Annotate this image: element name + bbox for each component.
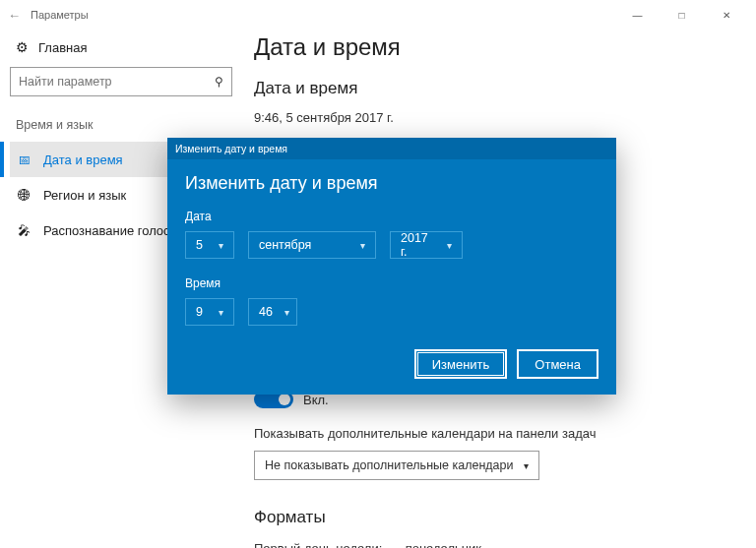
titlebar: ← Параметры ― □ ✕ (0, 0, 756, 30)
day-picker[interactable]: 5 ▾ (185, 231, 234, 259)
window-title: Параметры (31, 9, 89, 21)
year-value: 2017 г. (401, 231, 435, 259)
first-day-value: понедельник (406, 541, 481, 548)
first-day-row: Первый день недели: понедельник (254, 541, 756, 548)
hour-value: 9 (196, 305, 203, 319)
dialog-title: Изменить дату и время (185, 173, 598, 194)
chevron-down-icon: ▾ (360, 240, 365, 251)
time-label: Время (185, 276, 598, 290)
minute-picker[interactable]: 46 ▾ (248, 298, 297, 326)
hour-picker[interactable]: 9 ▾ (185, 298, 234, 326)
chevron-down-icon: ▾ (219, 307, 223, 318)
chevron-down-icon: ▾ (284, 307, 289, 318)
region-icon: 🌐︎ (16, 188, 32, 203)
apply-button[interactable]: Изменить (414, 349, 508, 379)
dialog-titlebar[interactable]: Изменить дату и время (167, 138, 616, 159)
dialog-titlebar-text: Изменить дату и время (175, 143, 287, 154)
month-picker[interactable]: сентября ▾ (248, 231, 376, 259)
day-value: 5 (196, 238, 203, 252)
current-datetime: 9:46, 5 сентября 2017 г. (254, 110, 756, 125)
chevron-down-icon: ▾ (447, 240, 452, 251)
minimize-button[interactable]: ― (615, 0, 660, 30)
search-icon: ⚲ (215, 75, 223, 89)
maximize-button[interactable]: □ (660, 0, 704, 30)
gear-icon: ⚙ (16, 39, 29, 55)
chevron-down-icon: ▾ (219, 240, 223, 251)
extra-calendars-label: Показывать дополнительные календари на п… (254, 426, 756, 441)
cancel-button[interactable]: Отмена (517, 349, 598, 379)
page-title: Дата и время (254, 33, 756, 61)
sidebar-item-label: Регион и язык (43, 188, 126, 203)
home-label: Главная (38, 40, 87, 55)
calendar-icon: 📅︎ (16, 152, 32, 167)
microphone-icon: 🎤︎ (16, 223, 32, 238)
datetime-dialog: Изменить дату и время Изменить дату и вр… (167, 138, 616, 395)
sidebar-item-label: Дата и время (43, 152, 123, 167)
sidebar-item-label: Распознавание голоса (43, 223, 177, 238)
search-input[interactable] (19, 75, 215, 89)
close-button[interactable]: ✕ (704, 0, 748, 30)
dropdown-value: Не показывать дополнительные календари (265, 458, 513, 472)
year-picker[interactable]: 2017 г. ▾ (390, 231, 463, 259)
search-box[interactable]: ⚲ (10, 67, 232, 96)
minute-value: 46 (259, 305, 273, 319)
date-label: Дата (185, 210, 598, 223)
chevron-down-icon: ▾ (524, 460, 529, 471)
section-title: Дата и время (254, 79, 756, 98)
first-day-label: Первый день недели: (254, 541, 402, 548)
home-button[interactable]: ⚙ Главная (10, 30, 232, 67)
extra-calendars-dropdown[interactable]: Не показывать дополнительные календари ▾ (254, 451, 539, 480)
category-label: Время и язык (10, 96, 232, 142)
formats-title: Форматы (254, 508, 756, 527)
back-arrow-icon[interactable]: ← (8, 8, 21, 23)
month-value: сентября (259, 238, 311, 252)
